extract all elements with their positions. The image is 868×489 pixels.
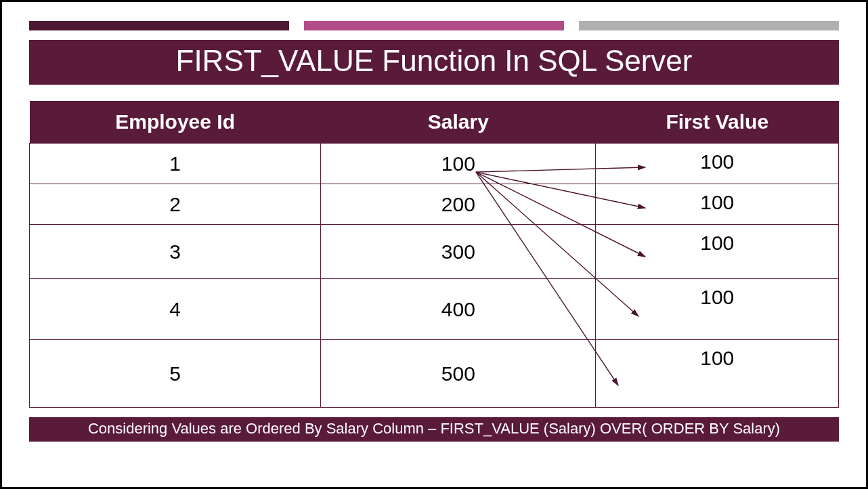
table-row: 5 500 100 (30, 340, 839, 408)
footer-note: Considering Values are Ordered By Salary… (29, 417, 839, 442)
cell-first-value: 100 (596, 225, 839, 279)
cell-salary: 500 (321, 340, 596, 408)
cell-employee-id: 3 (30, 225, 321, 279)
slide-title: FIRST_VALUE Function In SQL Server (29, 40, 839, 85)
cell-first-value: 100 (596, 144, 839, 184)
header-employee-id: Employee Id (30, 101, 321, 144)
table-header-row: Employee Id Salary First Value (30, 101, 839, 144)
cell-salary: 400 (321, 279, 596, 340)
table-row: 4 400 100 (30, 279, 839, 340)
first-value-table: Employee Id Salary First Value 1 100 100… (29, 101, 839, 408)
accent-bar-row (29, 21, 839, 30)
cell-salary: 100 (321, 144, 596, 184)
header-salary: Salary (321, 101, 596, 144)
accent-bar-pink (304, 21, 564, 30)
table-row: 1 100 100 (30, 144, 839, 184)
cell-employee-id: 1 (30, 144, 321, 184)
cell-employee-id: 2 (30, 184, 321, 225)
cell-employee-id: 4 (30, 279, 321, 340)
table-row: 2 200 100 (30, 184, 839, 225)
cell-salary: 300 (321, 225, 596, 279)
table-row: 3 300 100 (30, 225, 839, 279)
cell-first-value: 100 (596, 340, 839, 408)
cell-employee-id: 5 (30, 340, 321, 408)
cell-first-value: 100 (596, 279, 839, 340)
header-first-value: First Value (596, 101, 839, 144)
table-wrapper: Employee Id Salary First Value 1 100 100… (29, 101, 839, 408)
accent-bar-gray (579, 21, 839, 30)
accent-bar-dark (29, 21, 289, 30)
cell-first-value: 100 (596, 184, 839, 225)
cell-salary: 200 (321, 184, 596, 225)
